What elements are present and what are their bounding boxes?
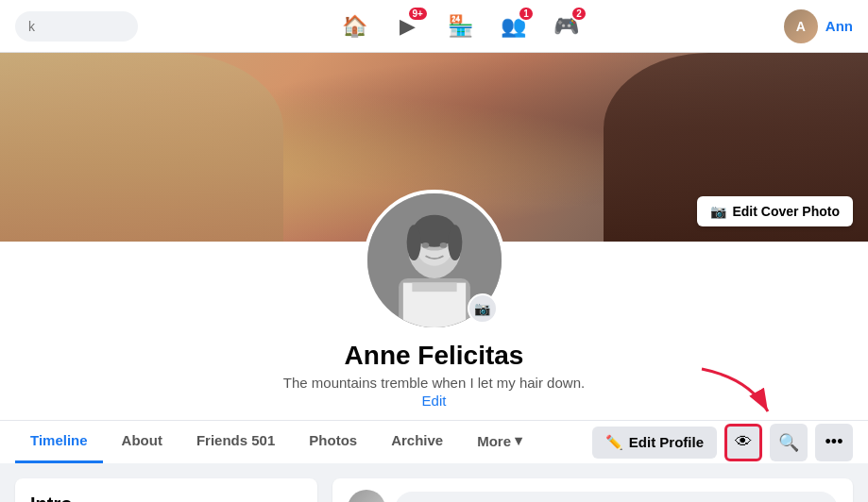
- nav-store-button[interactable]: 🏪: [438, 4, 484, 49]
- post-avatar: [348, 490, 385, 502]
- tab-more-label: More: [477, 433, 511, 449]
- tab-archive[interactable]: Archive: [376, 421, 458, 463]
- nav-home-button[interactable]: 🏠: [332, 4, 378, 49]
- svg-point-7: [448, 225, 462, 260]
- svg-point-6: [406, 225, 420, 260]
- main-content: Intro 📍 From Los Angeles, California ❤ I…: [0, 463, 868, 502]
- avatar-camera-button[interactable]: 📷: [468, 293, 498, 324]
- friends-badge: 1: [518, 6, 535, 22]
- eye-icon: 👁: [735, 432, 752, 452]
- nav-video-button[interactable]: ▶ 9+: [385, 4, 431, 49]
- avatar[interactable]: A: [784, 9, 818, 43]
- search-profile-button[interactable]: 🔍: [770, 424, 808, 461]
- tabs-actions: ✏️ Edit Profile 👁 🔍 •••: [592, 424, 853, 461]
- profile-bio: The mountains tremble when I let my hair…: [283, 375, 585, 391]
- chevron-down-icon: ▾: [515, 432, 522, 449]
- camera-icon: 📷: [710, 204, 726, 219]
- tab-more[interactable]: More ▾: [462, 421, 537, 463]
- view-as-button[interactable]: 👁: [724, 424, 762, 461]
- ellipsis-icon: •••: [825, 432, 843, 452]
- intro-title: Intro: [30, 494, 302, 502]
- svg-point-8: [421, 243, 429, 248]
- more-options-button[interactable]: •••: [815, 424, 853, 461]
- intro-card: Intro 📍 From Los Angeles, California ❤ I…: [15, 478, 317, 502]
- home-icon: 🏠: [342, 14, 367, 39]
- tab-friends-num: 501: [251, 432, 275, 448]
- nav-gaming-button[interactable]: 🎮 2: [544, 4, 589, 49]
- edit-cover-button[interactable]: 📷 Edit Cover Photo: [697, 196, 853, 226]
- profile-bio-edit-link[interactable]: Edit: [422, 393, 447, 409]
- profile-name: Anne Felicitas: [345, 341, 524, 371]
- nav-icons: 🏠 ▶ 9+ 🏪 👥 1 🎮 2: [138, 4, 784, 49]
- nav-friends-button[interactable]: 👥 1: [491, 4, 536, 49]
- store-icon: 🏪: [448, 14, 473, 39]
- avatar-wrapper: 📷: [364, 190, 505, 331]
- nav-username: Ann: [825, 18, 853, 34]
- edit-profile-label: Edit Profile: [629, 434, 704, 450]
- tabs-bar: Timeline About Friends 501 Photos Archiv…: [0, 420, 868, 463]
- search-icon: 🔍: [778, 432, 799, 453]
- right-panel: What's on your mind? 🔴 Live Video 🟩 Phot…: [332, 478, 853, 502]
- tab-friends[interactable]: Friends 501: [181, 421, 290, 463]
- profile-section: 📷 Anne Felicitas The mountains tremble w…: [0, 242, 868, 463]
- navbar: 🏠 ▶ 9+ 🏪 👥 1 🎮 2 A Ann: [0, 0, 868, 53]
- pencil-icon: ✏️: [605, 434, 623, 451]
- post-box: What's on your mind? 🔴 Live Video 🟩 Phot…: [332, 478, 853, 502]
- tab-photos[interactable]: Photos: [294, 421, 372, 463]
- avatar-initial: A: [796, 19, 806, 34]
- nav-right: A Ann: [784, 9, 853, 43]
- cover-person-left: [0, 53, 283, 242]
- edit-cover-label: Edit Cover Photo: [732, 204, 840, 219]
- svg-rect-11: [412, 283, 456, 292]
- video-badge: 9+: [407, 6, 429, 22]
- tab-timeline[interactable]: Timeline: [15, 421, 103, 463]
- left-panel: Intro 📍 From Los Angeles, California ❤ I…: [15, 478, 317, 502]
- camera-icon-small: 📷: [474, 301, 490, 316]
- tabs-list: Timeline About Friends 501 Photos Archiv…: [15, 421, 592, 463]
- search-input[interactable]: [15, 11, 138, 42]
- edit-profile-button[interactable]: ✏️ Edit Profile: [592, 427, 717, 459]
- gaming-badge: 2: [570, 6, 587, 22]
- post-input[interactable]: What's on your mind?: [395, 492, 838, 503]
- tab-about[interactable]: About: [107, 421, 178, 463]
- svg-point-9: [439, 243, 447, 248]
- tab-friends-label: Friends: [196, 432, 247, 448]
- post-input-row: What's on your mind?: [348, 490, 838, 502]
